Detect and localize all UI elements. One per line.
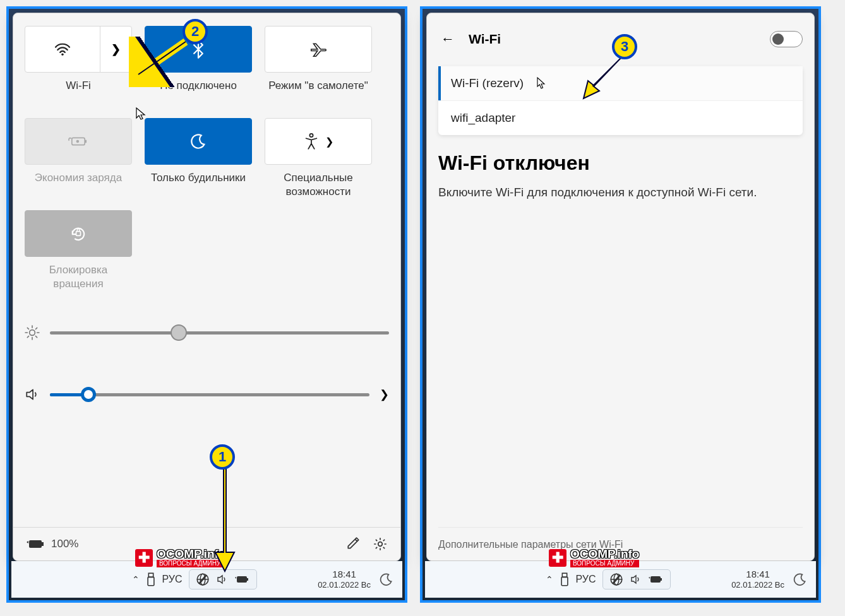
- moon-icon: [190, 133, 207, 150]
- svg-line-11: [27, 328, 28, 329]
- svg-line-13: [27, 336, 28, 337]
- tile-group-wifi: ❯ Wi-Fi: [25, 26, 132, 109]
- clock-date: 02.01.2022 Вс: [731, 580, 784, 590]
- volume-output-button[interactable]: ❯: [380, 388, 389, 401]
- accessibility-tile[interactable]: ❯: [265, 118, 372, 165]
- usb-icon[interactable]: [560, 572, 570, 586]
- taskbar-lang[interactable]: РУС: [576, 574, 596, 585]
- alarms-only-tile-label: Только будильники: [151, 171, 246, 201]
- svg-rect-16: [42, 542, 44, 546]
- wifi-tile-label: Wi-Fi: [66, 79, 91, 109]
- rotation-lock-tile-label: Блокировка вращения: [25, 263, 132, 293]
- volume-slider-thumb[interactable]: [81, 387, 96, 402]
- wifi-off-text: Включите Wi-Fi для подключения к доступн…: [438, 184, 803, 201]
- callout-arrow-3: [580, 54, 631, 105]
- wifi-off-heading: Wi-Fi отключен: [438, 151, 803, 175]
- wifi-tile-toggle[interactable]: [25, 27, 100, 72]
- wifi-network-name: wifi_adapter: [451, 111, 515, 125]
- airplane-icon: [309, 41, 328, 57]
- battery-saver-tile[interactable]: [25, 118, 132, 165]
- svg-point-3: [76, 140, 80, 143]
- battery-status[interactable]: 100%: [26, 538, 78, 550]
- svg-point-17: [378, 542, 383, 547]
- watermark-sub: ВОПРОСЫ АДМИНУ: [570, 560, 639, 567]
- network-globe-icon: [609, 572, 623, 586]
- tile-group-rotation-lock: Блокировка вращения: [25, 210, 132, 293]
- taskbar-clock[interactable]: 18:41 02.01.2022 Вс: [318, 569, 371, 590]
- watermark-logo-icon: ✚: [549, 549, 566, 567]
- svg-line-27: [138, 42, 186, 74]
- wifi-tile[interactable]: ❯: [25, 26, 132, 73]
- cursor-icon: [135, 107, 148, 122]
- edit-quick-settings-button[interactable]: [346, 536, 360, 552]
- wifi-network-name: Wi-Fi (rezerv): [451, 76, 524, 90]
- svg-rect-35: [661, 578, 662, 581]
- tile-group-airplane: Режим "в самолете": [265, 26, 372, 109]
- callout-marker-1: 1: [210, 444, 235, 470]
- battery-saver-icon: [68, 134, 89, 148]
- watermark-logo-icon: ✚: [135, 549, 153, 567]
- svg-rect-34: [650, 576, 661, 583]
- watermark: ✚ OCOMP.info ВОПРОСЫ АДМИНУ: [549, 548, 639, 567]
- battery-charging-icon: [26, 538, 45, 550]
- quick-tiles-grid: ❯ Wi-Fi Не подключено: [25, 26, 389, 293]
- airplane-tile[interactable]: [265, 26, 372, 73]
- back-button[interactable]: ←: [438, 31, 457, 47]
- focus-assist-tray-icon[interactable]: [793, 572, 807, 586]
- usb-icon[interactable]: [146, 572, 156, 586]
- callout-arrow-1: [212, 467, 237, 574]
- panel-quick-settings: ❯ Wi-Fi Не подключено: [6, 6, 407, 603]
- svg-line-12: [35, 336, 37, 337]
- tile-group-alarms-only: Только будильники: [145, 118, 252, 201]
- svg-rect-2: [85, 140, 87, 143]
- svg-point-4: [309, 134, 313, 137]
- battery-saver-tile-label: Экономия заряда: [35, 171, 122, 201]
- rotation-lock-tile[interactable]: [25, 210, 132, 257]
- alarms-only-tile[interactable]: [145, 118, 252, 165]
- tray-battery-icon: [235, 574, 250, 584]
- airplane-tile-label: Режим "в самолете": [268, 79, 368, 109]
- settings-button[interactable]: [373, 536, 388, 552]
- focus-assist-tray-icon[interactable]: [380, 572, 393, 586]
- rotation-lock-icon: [69, 225, 88, 242]
- svg-rect-15: [29, 540, 42, 548]
- watermark-brand: OCOMP.info: [570, 548, 639, 560]
- cursor-icon: [536, 76, 548, 90]
- svg-rect-29: [561, 577, 568, 585]
- quick-settings-flyout: ❯ Wi-Fi Не подключено: [13, 13, 401, 561]
- chevron-right-icon: ❯: [111, 42, 121, 56]
- wifi-toggle[interactable]: [770, 31, 803, 47]
- svg-rect-18: [148, 573, 153, 577]
- svg-rect-19: [148, 577, 154, 585]
- svg-rect-24: [237, 576, 247, 583]
- svg-point-0: [61, 53, 64, 56]
- tile-group-battery-saver: Экономия заряда: [25, 118, 132, 201]
- volume-icon: [25, 387, 40, 402]
- accessibility-icon: ❯: [304, 133, 333, 150]
- svg-point-6: [30, 330, 35, 336]
- svg-rect-28: [562, 573, 566, 577]
- callout-marker-3: 3: [612, 34, 637, 59]
- volume-slider-row: ❯: [25, 387, 389, 402]
- brightness-slider-row: [25, 325, 389, 340]
- wifi-icon: [54, 42, 71, 56]
- network-globe-icon: [196, 572, 210, 586]
- volume-slider[interactable]: [50, 393, 369, 396]
- tray-volume-icon: [216, 573, 229, 586]
- svg-rect-5: [76, 232, 81, 236]
- tray-volume-icon: [630, 573, 642, 586]
- clock-date: 02.01.2022 Вс: [318, 580, 371, 590]
- wifi-network-item[interactable]: wifi_adapter: [438, 100, 803, 135]
- wifi-expand-button[interactable]: ❯: [100, 27, 131, 72]
- callout-marker-2: 2: [183, 19, 208, 44]
- system-tray-network-group[interactable]: [602, 569, 671, 589]
- tray-chevron-icon[interactable]: ⌃: [132, 574, 140, 584]
- brightness-slider[interactable]: [50, 331, 389, 335]
- brightness-slider-thumb[interactable]: [171, 324, 187, 341]
- tile-group-accessibility: ❯ Специальные возможности: [265, 118, 372, 201]
- clock-time: 18:41: [731, 569, 784, 580]
- taskbar-clock[interactable]: 18:41 02.01.2022 Вс: [731, 569, 784, 590]
- callout-arrow-2: [129, 37, 192, 87]
- tray-chevron-icon[interactable]: ⌃: [546, 574, 553, 584]
- taskbar-lang[interactable]: РУС: [162, 574, 183, 585]
